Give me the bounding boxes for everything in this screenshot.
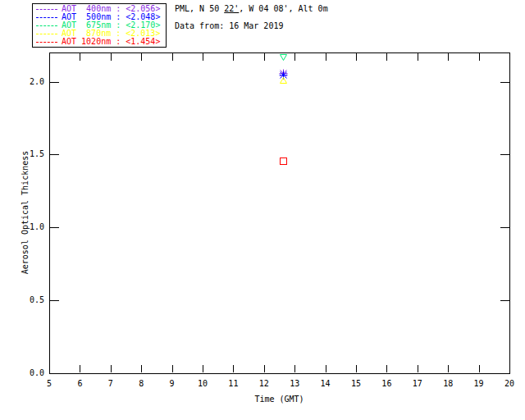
x-tick-label: 12 <box>253 379 275 388</box>
legend-dashed-line <box>36 25 57 26</box>
x-axis-title: Time (GMT) <box>49 395 509 404</box>
x-tick-top <box>418 53 418 61</box>
y-tick-right <box>500 82 509 83</box>
y-tick-right <box>500 227 509 228</box>
plot-subtitle: Data from: 16 Mar 2019 <box>175 21 328 31</box>
x-tick-label: 5 <box>39 379 60 388</box>
y-tick-label: 1.5 <box>16 149 44 158</box>
y-tick <box>50 300 59 301</box>
y-tick-label: 1.0 <box>16 222 44 231</box>
legend-dashed-line <box>36 9 57 10</box>
x-tick-top <box>141 53 142 61</box>
plot-title: PML, N 50 22', W 04 08', Alt 0m <box>175 4 328 14</box>
x-tick <box>172 365 173 372</box>
x-tick-top <box>264 53 265 61</box>
aot-plot-window: AOT 400nm : <2.056>AOT 500nm : <2.048>AO… <box>0 0 525 420</box>
x-tick <box>386 365 387 372</box>
x-tick-top <box>509 53 510 61</box>
y-tick-right <box>500 373 509 374</box>
plot-title-prefix: PML, N 50 <box>175 4 224 13</box>
x-tick <box>111 365 112 372</box>
x-tick-label: 8 <box>130 379 152 388</box>
y-tick-right <box>500 154 509 155</box>
x-tick-top <box>294 53 295 61</box>
x-tick <box>233 365 234 372</box>
y-tick-label: 2.0 <box>16 77 44 86</box>
x-tick-label: 19 <box>468 379 490 388</box>
x-tick-top <box>203 53 203 61</box>
y-axis-title: Aerosol Optical Thickness <box>21 151 30 275</box>
y-tick <box>50 373 59 374</box>
x-tick-label: 10 <box>192 379 213 388</box>
legend-dashed-line <box>36 34 57 34</box>
x-tick-top <box>233 53 234 61</box>
x-tick-label: 20 <box>499 379 520 388</box>
x-tick-top <box>172 53 173 61</box>
y-tick <box>50 227 59 228</box>
x-tick <box>264 365 265 372</box>
x-tick <box>203 365 203 372</box>
y-tick-label: 0.0 <box>16 368 44 377</box>
y-tick-right <box>500 300 509 301</box>
x-tick-top <box>356 53 357 61</box>
y-tick <box>50 82 59 83</box>
x-tick-top <box>49 53 50 61</box>
plot-title-suffix: , W 04 08', Alt 0m <box>239 4 327 13</box>
x-tick <box>448 365 449 372</box>
x-tick-label: 16 <box>376 379 397 388</box>
x-tick-label: 6 <box>69 379 90 388</box>
plot-area <box>49 52 510 374</box>
x-tick <box>326 365 326 372</box>
legend-dashed-line <box>36 42 57 43</box>
x-tick <box>479 365 480 372</box>
legend-dashed-line <box>36 17 57 18</box>
x-tick-top <box>326 53 326 61</box>
y-tick-label: 0.5 <box>16 295 44 304</box>
x-tick <box>49 365 50 372</box>
x-tick <box>294 365 295 372</box>
legend-box: AOT 400nm : <2.056>AOT 500nm : <2.048>AO… <box>32 3 167 48</box>
x-tick-top <box>479 53 480 61</box>
x-tick <box>509 365 510 372</box>
x-tick <box>418 365 418 372</box>
x-tick-label: 14 <box>315 379 336 388</box>
x-tick-label: 13 <box>284 379 305 388</box>
plot-title-block: PML, N 50 22', W 04 08', Alt 0m Data fro… <box>175 4 328 31</box>
x-tick-top <box>80 53 80 61</box>
legend-row: AOT 1020nm : <1.454> <box>36 38 162 46</box>
data-marker-aot-675nm <box>280 53 287 62</box>
data-marker-aot-870nm <box>280 76 287 85</box>
x-tick-top <box>111 53 112 61</box>
x-tick-label: 18 <box>437 379 459 388</box>
x-tick-label: 17 <box>407 379 428 388</box>
x-tick-label: 9 <box>162 379 183 388</box>
plot-title-latitude-minutes: 22' <box>224 4 239 13</box>
x-tick <box>141 365 142 372</box>
legend-label: AOT 1020nm : <1.454> <box>62 38 160 46</box>
x-tick <box>80 365 80 372</box>
x-tick-label: 15 <box>345 379 367 388</box>
y-tick <box>50 154 59 155</box>
x-tick-top <box>386 53 387 61</box>
data-marker-aot-1020nm <box>280 158 287 167</box>
x-tick <box>356 365 357 372</box>
x-tick-label: 11 <box>222 379 244 388</box>
x-tick-top <box>448 53 449 61</box>
x-tick-label: 7 <box>100 379 121 388</box>
